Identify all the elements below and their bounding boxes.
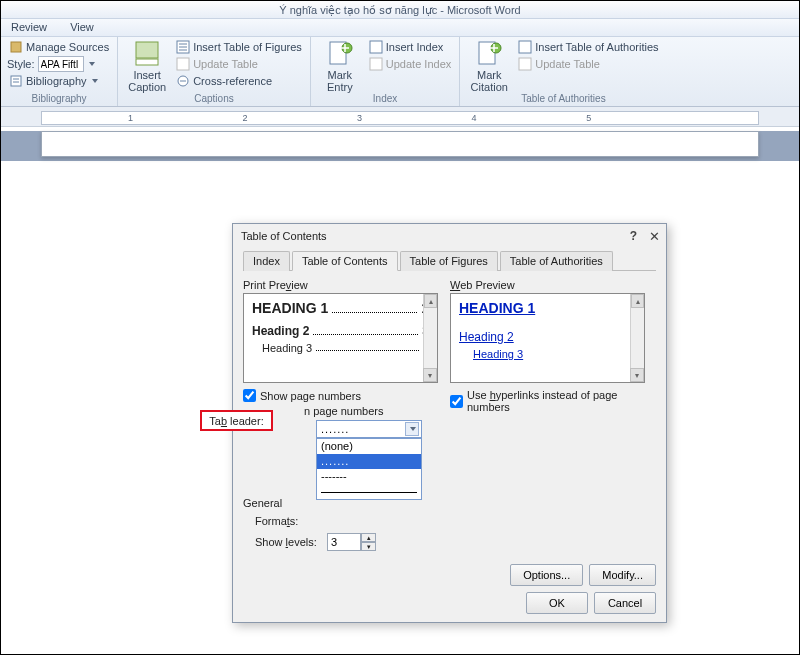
tab-leader-label: Tab leader:	[209, 415, 263, 427]
document-area	[1, 131, 799, 161]
ruler-area: 1 2 3 4 5	[1, 107, 799, 127]
show-levels-input[interactable]	[327, 533, 361, 551]
update-icon	[369, 57, 383, 71]
options-button[interactable]: Options...	[510, 564, 583, 586]
spin-down-icon[interactable]: ▾	[361, 542, 376, 551]
scroll-up-icon[interactable]: ▴	[631, 294, 644, 308]
svg-rect-15	[370, 58, 382, 70]
tab-leader-callout: Tab leader:	[200, 410, 273, 431]
tab-leader-options-list: (none) ....... -------	[316, 438, 422, 500]
scroll-up-icon[interactable]: ▴	[424, 294, 437, 308]
close-icon[interactable]: ✕	[649, 229, 660, 244]
manage-sources-button[interactable]: Manage Sources	[7, 39, 111, 55]
checkbox-show-page-numbers[interactable]	[243, 389, 256, 402]
tab-index[interactable]: Index	[243, 251, 290, 271]
ok-button[interactable]: OK	[526, 592, 588, 614]
index-icon	[369, 40, 383, 54]
tab-leader-selected: .......	[321, 423, 349, 435]
insert-caption-button[interactable]: Insert Caption	[124, 39, 170, 93]
svg-rect-14	[370, 41, 382, 53]
horizontal-ruler[interactable]: 1 2 3 4 5	[41, 111, 759, 125]
web-preview-h3: Heading 3	[473, 348, 523, 360]
citation-style-select[interactable]	[38, 56, 84, 72]
svg-rect-5	[136, 59, 158, 65]
web-preview-h1: HEADING 1	[459, 300, 535, 316]
book-icon	[9, 40, 23, 54]
show-page-numbers-checkbox[interactable]: Show page numbers	[243, 389, 438, 402]
bibliography-button[interactable]: Bibliography	[7, 73, 111, 89]
tab-leader-option-dots[interactable]: .......	[317, 454, 421, 469]
toa-icon	[518, 40, 532, 54]
insert-toa-button[interactable]: Insert Table of Authorities	[516, 39, 660, 55]
web-preview-pane: HEADING 1 Heading 2 Heading 3 ▴▾	[450, 293, 645, 383]
checkbox-hyperlinks[interactable]	[450, 395, 463, 408]
ribbon-group-captions: Insert Caption Insert Table of Figures U…	[118, 37, 311, 106]
ribbon: Manage Sources Style: Bibliography Bibli…	[1, 37, 799, 107]
scroll-down-icon[interactable]: ▾	[423, 368, 437, 382]
ribbon-group-bibliography: Manage Sources Style: Bibliography Bibli…	[1, 37, 118, 106]
group-label-captions: Captions	[124, 93, 304, 106]
spin-up-icon[interactable]: ▴	[361, 533, 376, 542]
cross-reference-button[interactable]: Cross-reference	[174, 73, 304, 89]
tab-leader-select[interactable]: .......	[316, 420, 422, 438]
mark-entry-icon	[326, 39, 354, 67]
general-section-label: General	[243, 497, 656, 509]
ribbon-group-index: Mark Entry Insert Index Update Index Ind…	[311, 37, 460, 106]
tab-review[interactable]: Review	[1, 19, 57, 35]
style-label: Style:	[7, 58, 35, 70]
dialog-titlebar[interactable]: Table of Contents ? ✕	[233, 224, 666, 248]
tab-leader-option-dashes[interactable]: -------	[317, 469, 421, 484]
mark-entry-button[interactable]: Mark Entry	[317, 39, 363, 93]
window-title: Ý nghĩa việc tạo hồ sơ năng lực - Micros…	[279, 4, 520, 16]
bibliography-icon	[9, 74, 23, 88]
show-levels-spinner[interactable]: ▴▾	[327, 533, 376, 551]
update-table-button[interactable]: Update Table	[174, 56, 304, 72]
scrollbar[interactable]: ▴▾	[630, 294, 644, 382]
tab-toa[interactable]: Table of Authorities	[500, 251, 613, 271]
mark-citation-button[interactable]: Mark Citation	[466, 39, 512, 93]
formats-label: Formats:	[255, 515, 321, 527]
window-titlebar: Ý nghĩa việc tạo hồ sơ năng lực - Micros…	[1, 1, 799, 19]
update-index-button[interactable]: Update Index	[367, 56, 453, 72]
dialog-title: Table of Contents	[241, 230, 327, 242]
group-label-bibliography: Bibliography	[7, 93, 111, 106]
caption-icon	[133, 39, 161, 67]
svg-rect-1	[11, 76, 21, 86]
tab-view[interactable]: View	[60, 19, 104, 35]
scroll-down-icon[interactable]: ▾	[630, 368, 644, 382]
show-page-numbers-label: Show page numbers	[260, 390, 361, 402]
svg-rect-18	[519, 41, 531, 53]
insert-index-button[interactable]: Insert Index	[367, 39, 453, 55]
scrollbar[interactable]: ▴▾	[423, 294, 437, 382]
web-preview-h2: Heading 2	[459, 330, 514, 344]
citation-icon	[475, 39, 503, 67]
cancel-button[interactable]: Cancel	[594, 592, 656, 614]
tof-icon	[176, 40, 190, 54]
use-hyperlinks-checkbox[interactable]: Use hyperlinks instead of page numbers	[450, 389, 645, 413]
svg-rect-4	[136, 42, 158, 58]
update-icon	[518, 57, 532, 71]
help-icon[interactable]: ?	[630, 229, 637, 243]
tab-tof[interactable]: Table of Figures	[400, 251, 498, 271]
tab-toc[interactable]: Table of Contents	[292, 251, 398, 271]
chevron-down-icon	[89, 62, 95, 66]
chevron-down-icon[interactable]	[405, 422, 419, 436]
group-label-toa: Table of Authorities	[466, 93, 660, 106]
svg-rect-0	[11, 42, 21, 52]
group-label-index: Index	[317, 93, 453, 106]
crossref-icon	[176, 74, 190, 88]
modify-button[interactable]: Modify...	[589, 564, 656, 586]
right-align-label: n page numbers	[304, 405, 384, 417]
web-preview-label: Web Preview	[450, 279, 645, 291]
tab-leader-option-line[interactable]	[317, 484, 421, 499]
chevron-down-icon	[92, 79, 98, 83]
print-preview-label: Print Preview	[243, 279, 438, 291]
tab-leader-dropdown[interactable]: ....... (none) ....... -------	[316, 420, 422, 500]
print-preview-pane: HEADING 11 Heading 23 Heading 35 ▴▾	[243, 293, 438, 383]
document-page[interactable]	[41, 131, 759, 157]
tab-leader-option-none[interactable]: (none)	[317, 439, 421, 454]
show-levels-label: Show levels:	[255, 536, 321, 548]
table-of-contents-dialog: Table of Contents ? ✕ Index Table of Con…	[232, 223, 667, 623]
insert-table-of-figures-button[interactable]: Insert Table of Figures	[174, 39, 304, 55]
update-toa-button[interactable]: Update Table	[516, 56, 660, 72]
